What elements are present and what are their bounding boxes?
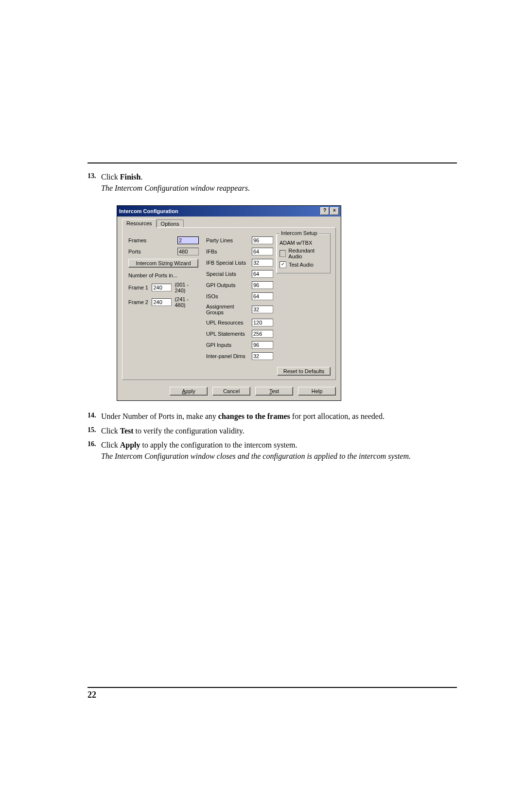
step-body: Under Number of Ports in, make any chang… xyxy=(101,411,457,422)
dialog-titlebar[interactable]: Intercom Configuration ? × xyxy=(117,206,341,217)
ipd-input[interactable]: 32 xyxy=(252,352,273,360)
step-text: Under Number of Ports in, make any xyxy=(101,412,218,420)
tab-resources[interactable]: Resources xyxy=(122,219,157,228)
gpi-in-input[interactable]: 96 xyxy=(252,341,273,349)
isos-input[interactable]: 64 xyxy=(252,292,273,300)
testaudio-row: ✓ Test Audio xyxy=(280,261,327,268)
step-text: to verify the configuration validity. xyxy=(134,427,245,435)
redundant-checkbox[interactable] xyxy=(280,250,286,257)
ports-input: 480 xyxy=(177,248,199,255)
step-13: 13. Click Finish. The Intercom Configura… xyxy=(88,171,457,194)
ifbs-label: IFBs xyxy=(206,249,252,254)
adam-label: ADAM w/TBX xyxy=(280,240,312,246)
step-bold: changes to the frames xyxy=(218,412,290,420)
frame1-range: (001 - 240) xyxy=(175,282,199,293)
upls-input[interactable]: 256 xyxy=(252,330,273,338)
upls-label: UPL Statements xyxy=(206,331,252,337)
step-bold: Apply xyxy=(120,441,140,449)
step-body: Click Finish. The Intercom Configuration… xyxy=(101,171,457,194)
isos-label: ISOs xyxy=(206,293,252,299)
ifb-sl-input[interactable]: 32 xyxy=(252,259,273,267)
testaudio-label: Test Audio xyxy=(289,262,314,268)
gpi-out-label: GPI Outputs xyxy=(206,282,252,288)
party-lines-label: Party Lines xyxy=(206,237,252,243)
content-area: 13. Click Finish. The Intercom Configura… xyxy=(88,162,457,465)
left-column: Frames 2 Ports 480 Intercom Sizing Wizar… xyxy=(128,236,199,311)
gpi-in-label: GPI Inputs xyxy=(206,342,252,348)
reset-defaults-button[interactable]: Reset to Defaults xyxy=(277,367,331,376)
gpi-out-input[interactable]: 96 xyxy=(252,281,273,289)
step-bold: Test xyxy=(120,427,134,435)
middle-column: Party Lines96 IFBs64 IFB Special Lists32… xyxy=(206,236,273,363)
step-body: Click Apply to apply the configuration t… xyxy=(101,439,457,462)
frames-row: Frames 2 xyxy=(128,236,199,244)
instruction-list: 13. Click Finish. The Intercom Configura… xyxy=(88,171,457,194)
help-button[interactable]: Help xyxy=(298,387,336,396)
tab-strip: Resources Options xyxy=(122,218,184,227)
frame2-input[interactable]: 240 xyxy=(152,298,172,306)
party-lines-input[interactable]: 96 xyxy=(252,236,273,244)
tab-panel-resources: Frames 2 Ports 480 Intercom Sizing Wizar… xyxy=(122,227,336,380)
sl-input[interactable]: 64 xyxy=(252,270,273,278)
step-text: for port allocation, as needed. xyxy=(290,412,385,420)
step-number: 16. xyxy=(88,439,101,462)
close-title-button[interactable]: × xyxy=(330,207,339,215)
intercom-setup-legend: Intercom Setup xyxy=(280,230,319,236)
step-15: 15. Click Test to verify the configurati… xyxy=(88,425,457,436)
step-number: 13. xyxy=(88,171,101,194)
step-number: 15. xyxy=(88,425,101,436)
intercom-config-dialog: Intercom Configuration ? × Resources Opt… xyxy=(117,205,341,401)
step-text: Click xyxy=(101,441,120,449)
step-14: 14. Under Number of Ports in, make any c… xyxy=(88,411,457,422)
step-number: 14. xyxy=(88,411,101,422)
step-text: to apply the configuration to the interc… xyxy=(140,441,297,449)
ag-label: Assignment Groups xyxy=(206,304,252,315)
ifbs-input[interactable]: 64 xyxy=(252,248,273,255)
footer-rule xyxy=(88,687,457,688)
instruction-list-cont: 14. Under Number of Ports in, make any c… xyxy=(88,411,457,462)
intercom-setup-fieldset: Intercom Setup ADAM w/TBX Redundant Audi… xyxy=(276,234,331,273)
cancel-button[interactable]: Cancel xyxy=(212,387,250,396)
uplr-input[interactable]: 120 xyxy=(252,319,273,326)
screenshot-figure: Intercom Configuration ? × Resources Opt… xyxy=(117,205,457,401)
uplr-label: UPL Resources xyxy=(206,320,252,325)
testaudio-checkbox[interactable]: ✓ xyxy=(280,261,286,268)
header-rule xyxy=(88,162,457,163)
dialog-body: Resources Options Frames 2 Ports xyxy=(117,217,341,385)
frame2-label: Frame 2 xyxy=(128,299,149,305)
ports-row: Ports 480 xyxy=(128,248,199,255)
num-ports-header: Number of Ports in... xyxy=(128,272,199,278)
sl-label: Special Lists xyxy=(206,271,252,277)
step-dot: . xyxy=(140,173,142,181)
redundant-label: Redundant Audio xyxy=(288,248,327,259)
dialog-title-text: Intercom Configuration xyxy=(119,208,178,214)
ag-input[interactable]: 32 xyxy=(252,306,273,313)
dialog-button-bar: Apply Cancel Test Help xyxy=(117,385,341,400)
right-column: Intercom Setup ADAM w/TBX Redundant Audi… xyxy=(276,234,331,273)
frames-label: Frames xyxy=(128,237,177,243)
document-page: 13. Click Finish. The Intercom Configura… xyxy=(0,0,525,812)
ipd-label: Inter-panel Dims xyxy=(206,353,252,359)
sizing-wizard-button[interactable]: Intercom Sizing Wizard xyxy=(128,259,198,268)
frame2-range: (241 - 480) xyxy=(175,296,199,308)
step-16: 16. Click Apply to apply the configurati… xyxy=(88,439,457,462)
frame1-label: Frame 1 xyxy=(128,285,149,290)
frame1-input[interactable]: 240 xyxy=(152,284,172,291)
ifb-sl-label: IFB Special Lists xyxy=(206,260,252,266)
frame1-row: Frame 1 240 (001 - 240) xyxy=(128,282,199,293)
frame2-row: Frame 2 240 (241 - 480) xyxy=(128,296,199,308)
frames-input[interactable]: 2 xyxy=(177,236,199,244)
titlebar-buttons: ? × xyxy=(319,207,339,215)
page-number: 22 xyxy=(88,690,457,700)
step-result: The Intercom Configuration window reappe… xyxy=(101,182,457,194)
ports-label: Ports xyxy=(128,249,177,254)
step-body: Click Test to verify the configuration v… xyxy=(101,425,457,436)
help-title-button[interactable]: ? xyxy=(320,207,329,215)
page-footer: 22 xyxy=(88,682,457,700)
redundant-row: Redundant Audio xyxy=(280,248,327,259)
step-bold: Finish xyxy=(120,173,141,181)
test-rest: est xyxy=(272,388,279,394)
apply-u: A xyxy=(182,388,185,394)
test-button[interactable]: Test xyxy=(255,387,293,396)
apply-button[interactable]: Apply xyxy=(170,387,208,396)
